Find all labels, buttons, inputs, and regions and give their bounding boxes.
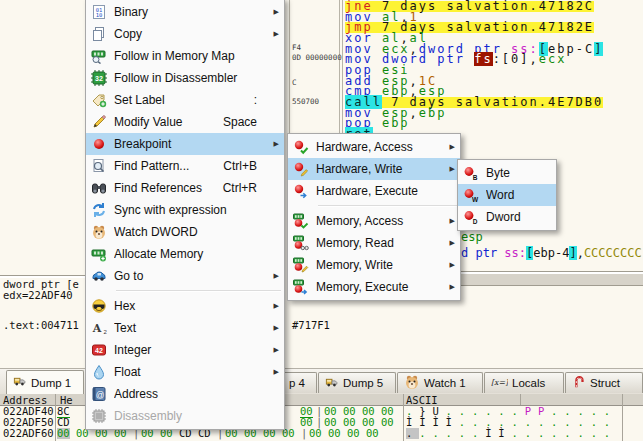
chip-gray-icon [90, 408, 108, 424]
breakpoint-size-submenu: BByteWWordDDword [457, 159, 557, 231]
submenu-arrow-icon: ▶ [267, 8, 282, 16]
menu-item-shortcut: : [254, 93, 257, 107]
menu-item-label: Hex [114, 299, 267, 313]
truck-icon [13, 375, 27, 390]
menu-item-memory-write[interactable]: Memory, Write▶ [288, 254, 460, 276]
menu-item-find-references[interactable]: Find ReferencesCtrl+R [86, 177, 284, 199]
code-token: ] [569, 246, 576, 260]
tab-label: Watch 1 [424, 377, 466, 389]
code-token: CCCCCCCC [584, 246, 642, 260]
svg-text:42: 42 [95, 347, 103, 354]
menu-item-hex[interactable]: Hex▶ [86, 295, 284, 317]
menu-item-text[interactable]: A2Text▶ [86, 317, 284, 339]
binoculars-icon [90, 180, 108, 196]
bp-write-icon [292, 161, 310, 177]
menu-item-breakpoint[interactable]: Breakpoint▶ [86, 133, 284, 155]
menu-item-dword[interactable]: DDword [458, 206, 556, 228]
hamster-icon [90, 224, 108, 240]
tag-icon [90, 92, 108, 108]
menu-item-label: Hardware, Write [316, 162, 443, 176]
column-border [622, 394, 623, 441]
tab-dump-5[interactable]: Dump 5 [318, 372, 396, 393]
code-token: ] [594, 42, 603, 56]
tab-watch-1[interactable]: Watch 1 [397, 372, 483, 393]
ascii-char: . [419, 428, 432, 439]
menu-item-float[interactable]: Float▶ [86, 361, 284, 383]
menu-item-copy[interactable]: Copy▶ [86, 23, 284, 45]
menu-item-label: Binary [114, 5, 267, 19]
context-menu: 0110Binary▶Copy▶Follow in Memory Map32Fo… [85, 0, 285, 430]
menu-item-label: Copy [114, 27, 267, 41]
code-token: : [493, 52, 502, 66]
breakpoint-dot-icon [90, 136, 108, 152]
menu-item-label: Memory, Access [316, 214, 443, 228]
tab-p-4[interactable]: p 4 [283, 372, 317, 393]
tab-dump-1[interactable]: Dump 1 [6, 370, 84, 394]
svg-text:B: B [473, 174, 478, 181]
menu-item-allocate-memory[interactable]: Allocate Memory [86, 243, 284, 265]
car-icon [90, 268, 108, 284]
ascii-char: . [525, 428, 538, 439]
info-pane-register: edx=22ADF40 [3, 289, 73, 301]
tab-struct[interactable]: Struct [565, 372, 643, 393]
menu-item-integer[interactable]: 42Integer▶ [86, 339, 284, 361]
allocate-memory-icon [90, 246, 108, 262]
menu-item-find-pattern[interactable]: Find Pattern...Ctrl+B [86, 155, 284, 177]
tab-label: p 4 [289, 377, 305, 389]
code-token: fs [474, 52, 492, 66]
ascii-char: . [406, 428, 419, 439]
menu-item-binary[interactable]: 0110Binary▶ [86, 1, 284, 23]
bp-byte-icon: B [462, 165, 480, 181]
submenu-arrow-icon: ▶ [267, 272, 282, 280]
svg-text:2: 2 [104, 329, 108, 335]
menu-item-shortcut: Ctrl+B [223, 159, 257, 173]
tab-label: Dump 1 [31, 377, 71, 389]
menu-item-label: Disassembly [114, 409, 267, 423]
menu-item-hardware-write[interactable]: Hardware, Write▶ [288, 158, 460, 180]
menu-item-address[interactable]: @Address [86, 383, 284, 405]
tab-label: Dump 5 [343, 377, 383, 389]
submenu-arrow-icon: ▶ [267, 30, 282, 38]
menu-item-word[interactable]: WWord [458, 184, 556, 206]
menu-item-set-label[interactable]: Set Label: [86, 89, 284, 111]
menu-item-watch-dword[interactable]: Watch DWORD [86, 221, 284, 243]
disassembly-line-fragment[interactable]: d ptr ss:[ebp-4],CCCCCCCC [461, 248, 642, 259]
truck-icon [325, 376, 339, 391]
menu-item-label: Float [114, 365, 267, 379]
menu-item-byte[interactable]: BByte [458, 162, 556, 184]
ascii-char: . [538, 428, 551, 439]
menu-item-memory-access[interactable]: Memory, Access▶ [288, 210, 460, 232]
menu-item-hardware-access[interactable]: Hardware, Access▶ [288, 136, 460, 158]
svg-text:32: 32 [95, 75, 103, 82]
menu-separator [318, 205, 457, 207]
svg-text:@: @ [96, 390, 105, 400]
code-token: ebp [419, 106, 447, 120]
tab-label: Locals [512, 377, 545, 389]
hex-bytes: 00 [57, 428, 70, 439]
menu-item-label: Modify Value [114, 115, 223, 129]
menu-item-label: Hardware, Execute [316, 184, 443, 198]
menu-item-modify-value[interactable]: Modify ValueSpace [86, 111, 284, 133]
submenu-arrow-icon: ▶ [443, 217, 458, 225]
ascii-char: Ì [498, 428, 511, 439]
menu-item-follow-in-disassembler[interactable]: 32Follow in Disassembler [86, 67, 284, 89]
code-token: [0] [502, 52, 530, 66]
menu-item-shortcut: Ctrl+R [223, 181, 257, 195]
opcode-bytes-fragment: 550700 [292, 97, 319, 106]
menu-item-memory-read[interactable]: Memory, Read▶ [288, 232, 460, 254]
binary-icon: 0110 [90, 4, 108, 20]
submenu-arrow-icon: ▶ [267, 302, 282, 310]
column-border [55, 394, 56, 441]
menu-item-sync-with-expression[interactable]: Sync with expression [86, 199, 284, 221]
tab-locals[interactable]: [x=]Locals [484, 372, 564, 393]
tab-label: Struct [590, 377, 620, 389]
menu-item-label: Memory, Write [316, 258, 443, 272]
menu-item-follow-in-memory-map[interactable]: Follow in Memory Map [86, 45, 284, 67]
menu-item-go-to[interactable]: Go to▶ [86, 265, 284, 287]
submenu-arrow-icon: ▶ [443, 283, 458, 291]
menu-item-memory-execute[interactable]: Memory, Execute▶ [288, 276, 460, 298]
disassembly-line-fragment[interactable]: esp [461, 232, 483, 243]
menu-item-hardware-execute[interactable]: Hardware, Execute [288, 180, 460, 202]
submenu-arrow-icon: ▶ [443, 261, 458, 269]
menu-item-label: Follow in Memory Map [114, 49, 267, 63]
